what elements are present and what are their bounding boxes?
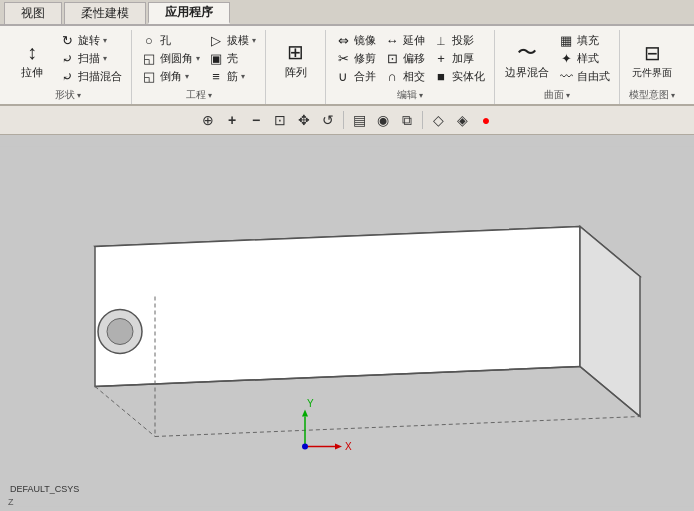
view-opts-icon: ⧉ xyxy=(402,112,412,129)
edit-buttons: ⇔ 镜像 ✂ 修剪 ∪ 合并 ↔ 延伸 xyxy=(332,32,488,86)
array-label: . xyxy=(294,88,297,99)
rotate-button[interactable]: ↻ 旋转 ▾ xyxy=(56,32,125,49)
tab-view[interactable]: 视图 xyxy=(4,2,62,24)
extend-button[interactable]: ↔ 延伸 xyxy=(381,32,428,49)
sep1 xyxy=(343,111,344,129)
svg-text:Z: Z xyxy=(8,497,14,507)
scan-icon: ⤾ xyxy=(59,51,75,67)
frame-button[interactable]: ⊡ xyxy=(269,109,291,131)
frame-icon: ⊡ xyxy=(274,112,286,128)
ribbon-group-array: ⊞ 阵列 . xyxy=(266,30,326,104)
intersect-icon: ∩ xyxy=(384,69,400,85)
solidify-icon: ■ xyxy=(433,69,449,85)
scan-mix-button[interactable]: ⤾ 扫描混合 xyxy=(56,68,125,85)
rib-button[interactable]: ≡ 筋 ▾ xyxy=(205,68,259,85)
tab-bar: 视图 柔性建模 应用程序 xyxy=(0,0,694,26)
zoom-window-button[interactable]: ⊕ xyxy=(197,109,219,131)
thicken-icon: + xyxy=(433,51,449,67)
shape-col: ↻ 旋转 ▾ ⤾ 扫描 ▾ ⤾ 扫描混合 xyxy=(56,32,125,86)
solidify-button[interactable]: ■ 实体化 xyxy=(430,68,488,85)
viewport[interactable]: DEFAULT_CSYS X Y Z xyxy=(0,135,694,511)
ribbon: ↕ 拉伸 ↻ 旋转 ▾ ⤾ 扫描 ▾ ⤾ xyxy=(0,26,694,106)
toolbar2: ⊕ + − ⊡ ✥ ↺ ▤ ◉ ⧉ ◇ ◈ ● xyxy=(0,106,694,135)
stretch-button[interactable]: ↕ 拉伸 xyxy=(10,32,54,86)
record-icon: ● xyxy=(482,112,490,128)
boundary-blend-button[interactable]: 〜 边界混合 xyxy=(501,32,553,86)
array-icon: ⊞ xyxy=(282,38,310,66)
svg-text:X: X xyxy=(345,441,352,452)
tab-apps[interactable]: 应用程序 xyxy=(148,2,230,24)
round-corner-icon: ◱ xyxy=(141,51,157,67)
tab-flexible[interactable]: 柔性建模 xyxy=(64,2,146,24)
persp-icon: ◇ xyxy=(433,112,444,128)
eng-buttons: ○ 孔 ◱ 倒圆角 ▾ ◱ 倒角 ▾ ▷ xyxy=(138,32,259,86)
named-view-button[interactable]: ▤ xyxy=(348,109,370,131)
sep2 xyxy=(422,111,423,129)
eng-col1: ○ 孔 ◱ 倒圆角 ▾ ◱ 倒角 ▾ xyxy=(138,32,203,86)
fill-button[interactable]: ▦ 填充 xyxy=(555,32,613,49)
zoom-out-icon: − xyxy=(252,112,260,128)
style-button[interactable]: ✦ 样式 xyxy=(555,50,613,67)
draft-icon: ▷ xyxy=(208,33,224,49)
round-corner-button[interactable]: ◱ 倒圆角 ▾ xyxy=(138,50,203,67)
persp-button[interactable]: ◇ xyxy=(427,109,449,131)
offset-button[interactable]: ⊡ 偏移 xyxy=(381,50,428,67)
intersect-button[interactable]: ∩ 相交 xyxy=(381,68,428,85)
union-button[interactable]: ∪ 合并 xyxy=(332,68,379,85)
mirror-icon: ⇔ xyxy=(335,33,351,49)
camera-button[interactable]: ◉ xyxy=(372,109,394,131)
union-icon: ∪ xyxy=(335,69,351,85)
edit-col1: ⇔ 镜像 ✂ 修剪 ∪ 合并 xyxy=(332,32,379,86)
render-icon: ◈ xyxy=(457,112,468,128)
scan-button[interactable]: ⤾ 扫描 ▾ xyxy=(56,50,125,67)
shell-icon: ▣ xyxy=(208,51,224,67)
chamfer-icon: ◱ xyxy=(141,69,157,85)
edit-col3: ⟂ 投影 + 加厚 ■ 实体化 xyxy=(430,32,488,86)
svg-point-15 xyxy=(302,444,308,450)
model-intent-label: 模型意图 ▾ xyxy=(629,88,675,102)
boundary-blend-icon: 〜 xyxy=(513,38,541,66)
project-button[interactable]: ⟂ 投影 xyxy=(430,32,488,49)
chamfer-button[interactable]: ◱ 倒角 ▾ xyxy=(138,68,203,85)
shape-label: 形状 ▾ xyxy=(55,88,81,102)
render-button[interactable]: ◈ xyxy=(451,109,473,131)
thicken-button[interactable]: + 加厚 xyxy=(430,50,488,67)
shell-button[interactable]: ▣ 壳 xyxy=(205,50,259,67)
extend-icon: ↔ xyxy=(384,33,400,49)
style-icon: ✦ xyxy=(558,51,574,67)
surface-col2: ▦ 填充 ✦ 样式 〰 自由式 xyxy=(555,32,613,86)
zoom-in-button[interactable]: + xyxy=(221,109,243,131)
trim-icon: ✂ xyxy=(335,51,351,67)
zoom-out-button[interactable]: − xyxy=(245,109,267,131)
stretch-icon: ↕ xyxy=(18,38,46,66)
draft-button[interactable]: ▷ 拔模 ▾ xyxy=(205,32,259,49)
zoom-window-icon: ⊕ xyxy=(202,112,214,128)
record-button[interactable]: ● xyxy=(475,109,497,131)
eng-col2: ▷ 拔模 ▾ ▣ 壳 ≡ 筋 ▾ xyxy=(205,32,259,86)
edit-label: 编辑 ▾ xyxy=(397,88,423,102)
ribbon-group-shape: ↕ 拉伸 ↻ 旋转 ▾ ⤾ 扫描 ▾ ⤾ xyxy=(4,30,132,104)
ribbon-group-model-intent: ⊟ 元件界面 模型意图 ▾ xyxy=(620,30,684,104)
zoom-in-icon: + xyxy=(228,112,236,128)
ribbon-main: ↕ 拉伸 ↻ 旋转 ▾ ⤾ 扫描 ▾ ⤾ xyxy=(4,30,690,104)
fill-icon: ▦ xyxy=(558,33,574,49)
hole-icon: ○ xyxy=(141,33,157,49)
named-view-icon: ▤ xyxy=(353,112,366,128)
pan-button[interactable]: ✥ xyxy=(293,109,315,131)
view-opts-button[interactable]: ⧉ xyxy=(396,109,418,131)
rotate-icon: ↻ xyxy=(59,33,75,49)
svg-point-10 xyxy=(107,319,133,345)
mirror-button[interactable]: ⇔ 镜像 xyxy=(332,32,379,49)
rotate3d-button[interactable]: ↺ xyxy=(317,109,339,131)
offset-icon: ⊡ xyxy=(384,51,400,67)
pan-icon: ✥ xyxy=(298,112,310,128)
freeform-button[interactable]: 〰 自由式 xyxy=(555,68,613,85)
array-button[interactable]: ⊞ 阵列 xyxy=(274,32,318,86)
hole-button[interactable]: ○ 孔 xyxy=(138,32,203,49)
camera-icon: ◉ xyxy=(377,112,389,128)
component-surface-button[interactable]: ⊟ 元件界面 xyxy=(626,32,678,86)
trim-button[interactable]: ✂ 修剪 xyxy=(332,50,379,67)
rotate3d-icon: ↺ xyxy=(322,112,334,128)
ribbon-group-edit: ⇔ 镜像 ✂ 修剪 ∪ 合并 ↔ 延伸 xyxy=(326,30,495,104)
freeform-icon: 〰 xyxy=(558,69,574,85)
